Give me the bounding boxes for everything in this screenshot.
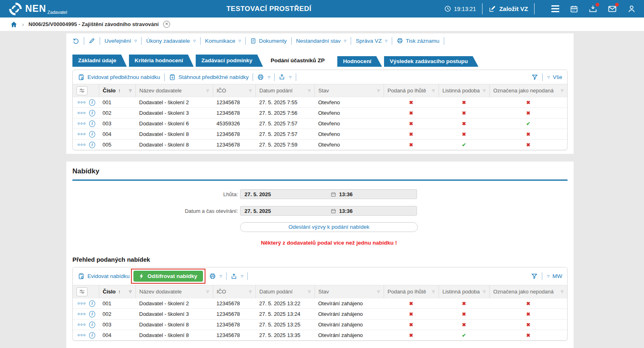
tab-2[interactable]: Kritéria hodnocení [129,55,194,67]
info-icon[interactable]: i [89,120,95,127]
tab-6[interactable]: Výsledek zadávacího postupu [384,56,478,67]
table-row[interactable]: i 005 Dodavatel - školení 8 12345678 27.… [73,140,567,150]
column-header-cislo[interactable]: Číslo↑▽ [99,285,135,298]
menu-ukony-zadavatele[interactable]: Úkony zadavatele▽ [146,38,195,44]
print-table-button[interactable]: ▽ [257,74,270,81]
menu-komunikace[interactable]: Komunikace▽ [205,38,241,44]
filter-caret-icon[interactable]: ▽ [249,89,251,92]
column-header-nazev[interactable]: Název dodavatele▽ [135,84,213,97]
column-settings-icon[interactable] [76,86,87,95]
row-menu-icon[interactable] [78,133,85,135]
view-selector[interactable]: ▽ MW [546,273,562,279]
send-invitation-button[interactable]: Odeslání výzvy k podání nabídek [240,222,418,232]
deadline-time-value[interactable]: 13:36 [339,191,353,197]
info-icon[interactable]: i [89,110,95,116]
calendar-icon[interactable] [570,5,578,13]
filter-caret-icon[interactable]: ▽ [377,89,380,92]
menu-nestandardni-stav[interactable]: Nestandardní stav▽ [296,38,347,44]
print-table-button[interactable]: ▽ [209,273,222,280]
downloads-icon[interactable] [589,4,597,13]
column-header-stav[interactable]: Stav▽ [314,285,384,298]
filter-caret-icon[interactable]: ▽ [129,290,131,293]
row-menu-icon[interactable] [78,324,85,326]
opening-time-value[interactable]: 13:36 [339,208,353,214]
table-row[interactable]: i 004 Dodavatel - školení 8 12345678 27.… [73,129,567,140]
info-icon[interactable]: i [89,142,95,148]
filter-caret-icon[interactable]: ▽ [432,290,434,293]
opening-date-value[interactable]: 27. 5. 2025 [240,208,331,214]
filter-button[interactable] [531,74,538,81]
row-menu-icon[interactable] [78,123,85,125]
filter-caret-icon[interactable]: ▽ [308,290,310,293]
table-row[interactable]: i 002 Dodavatel - školení 3 12345678 27.… [73,309,567,320]
export-table-button[interactable]: ▽ [231,273,243,280]
filter-caret-icon[interactable]: ▽ [308,89,310,92]
edit-record-button[interactable] [89,37,95,44]
tab-4[interactable]: Podání účastníků ZP [265,55,335,67]
table-row[interactable]: i 004 Dodavatel - školení 8 12345678 27.… [73,330,567,341]
filter-caret-icon[interactable]: ▽ [249,290,251,293]
column-header-po-lhute[interactable]: Podaná po lhůtě▽ [384,84,439,97]
filter-caret-icon[interactable]: ▽ [483,290,485,293]
column-header-listinna[interactable]: Listinná podoba▽ [439,84,489,97]
column-header-ico[interactable]: IČO▽ [213,84,255,97]
export-table-button[interactable]: ▽ [279,74,291,80]
menu-dokumenty[interactable]: Dokumenty [250,38,286,44]
column-header-datum[interactable]: Datum podání▽ [255,285,314,298]
view-selector[interactable]: ▽ Vše [547,74,562,80]
column-header-cislo[interactable]: Číslo↑▽ [99,84,135,97]
row-menu-icon[interactable] [78,334,85,336]
filter-caret-icon[interactable]: ▽ [561,290,563,293]
info-icon[interactable]: i [89,322,95,328]
info-icon[interactable]: i [89,332,95,339]
home-icon[interactable] [10,21,17,28]
opening-datetime-input[interactable]: 27. 5. 2025 13:36 [240,206,417,216]
column-header-po-lhute[interactable]: Podaná po lhůtě▽ [384,285,439,298]
filter-caret-icon[interactable]: ▽ [206,89,209,92]
table-row[interactable]: i 003 Dodavatel - školení 6 45359326 27.… [73,118,567,129]
decrypt-offers-button[interactable]: Odšifrovat nabídky [133,271,203,282]
row-menu-icon[interactable] [78,101,85,103]
filter-button[interactable] [531,273,538,280]
tab-1[interactable]: Základní údaje [72,55,127,67]
column-header-listinna[interactable]: Listinná podoba▽ [439,285,489,298]
table-row[interactable]: i 001 Dodavatel - školení 2 12345678 27.… [73,97,567,108]
column-header-ico[interactable]: IČO▽ [213,285,255,298]
row-menu-icon[interactable] [78,302,85,304]
table-row[interactable]: i 003 Dodavatel - školení 8 12345678 27.… [73,320,567,330]
column-header-nazev[interactable]: Název dodavatele▽ [135,285,213,298]
create-vz-button[interactable]: Založit VZ [489,5,528,13]
print-record-button[interactable]: Tisk záznamu [397,37,439,44]
user-profile-icon[interactable] [627,4,636,13]
register-offer-button[interactable]: Evidovat nabídku [78,273,130,280]
info-icon[interactable]: i [89,300,95,307]
row-menu-icon[interactable] [78,112,85,114]
deadline-datetime-input[interactable]: 27. 5. 2025 13:36 [240,189,417,199]
filter-caret-icon[interactable]: ▽ [561,89,563,92]
register-preliminary-offer-button[interactable]: Evidovat předběžnou nabídku [78,74,160,81]
column-header-nepodana[interactable]: Označena jako nepodaná▽ [489,84,567,97]
filter-caret-icon[interactable]: ▽ [432,89,434,92]
menu-sprava-vz[interactable]: Správa VZ▽ [356,38,387,44]
app-logo[interactable]: NEN Zadavatel [9,2,67,15]
close-record-icon[interactable]: ✕ [163,21,170,28]
column-header-datum[interactable]: Datum podání▽ [255,84,314,97]
table-row[interactable]: i 002 Dodavatel - školení 3 12345678 27.… [73,108,567,118]
download-preliminary-offers-button[interactable]: Stáhnout předběžné nabídky [169,74,249,81]
deadline-date-value[interactable]: 27. 5. 2025 [240,191,331,197]
column-settings-icon[interactable] [76,287,87,296]
column-header-nepodana[interactable]: Označena jako nepodaná▽ [489,285,567,298]
menu-uverejneni[interactable]: Uveřejnění▽ [105,38,137,44]
row-menu-icon[interactable] [78,313,85,315]
refresh-button[interactable] [72,37,79,44]
column-header-stav[interactable]: Stav▽ [314,84,384,97]
filter-caret-icon[interactable]: ▽ [129,89,131,92]
tab-5[interactable]: Hodnocení [337,56,382,67]
info-icon[interactable]: i [89,311,95,317]
messages-icon[interactable] [608,4,617,13]
breadcrumb-item[interactable]: N006/25/V00004995 - Zajištění závodního … [28,21,159,27]
filter-caret-icon[interactable]: ▽ [377,290,380,293]
filter-caret-icon[interactable]: ▽ [206,290,209,293]
menu-icon[interactable] [551,5,559,12]
info-icon[interactable]: i [89,131,95,138]
